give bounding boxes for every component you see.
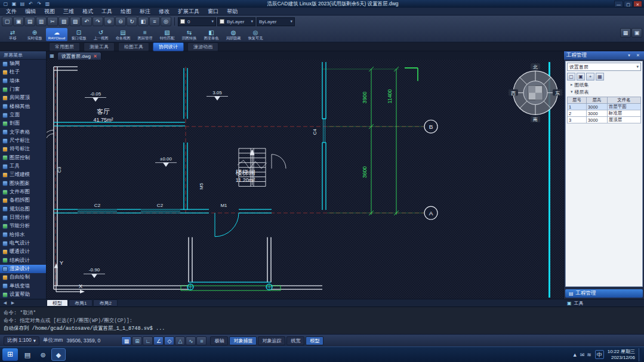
sidebar-item[interactable]: 设置帮助	[0, 290, 46, 299]
linetype-combo[interactable]: ByLayer ▾	[257, 17, 295, 26]
regen-icon[interactable]: ↻	[127, 17, 137, 26]
add-sheet-icon[interactable]: +	[586, 73, 594, 81]
new-project-icon[interactable]: ▢	[567, 73, 575, 81]
layer-combo[interactable]: 0 ▾	[178, 17, 216, 26]
tool-palette-icon[interactable]: ▣	[631, 28, 642, 38]
scale-selector[interactable]: 比例 1:100 ▾	[4, 336, 39, 345]
browser-icon[interactable]: ⊚	[36, 348, 50, 361]
named-views-button[interactable]: ▤ 命名视图	[112, 28, 134, 41]
sidebar-item[interactable]: 立面	[0, 111, 46, 119]
status-toggle-chip[interactable]: 对象追踪	[258, 336, 285, 345]
tree-item-floors[interactable]: ▾ 楼层表	[566, 88, 642, 95]
project-combo[interactable]: 设置首层 ▾	[567, 63, 641, 71]
taskbar-clock[interactable]: 10:22 星期三 2023/12/06	[608, 349, 635, 361]
menu-item[interactable]: 扩展工具	[174, 8, 204, 16]
sidebar-item[interactable]: 尺寸标注	[0, 137, 46, 145]
table-row[interactable]: 3 3000 屋顶层	[568, 117, 641, 123]
open-icon[interactable]: ▣	[13, 17, 24, 26]
sidebar-item[interactable]: 文字表格	[0, 128, 46, 137]
zoom-previous-button[interactable]: ↺ 上一视图	[90, 28, 112, 41]
tab-scroll-right-icon[interactable]: ▶	[9, 301, 17, 305]
settings-icon[interactable]: ▦	[596, 73, 604, 81]
sidebar-item[interactable]: 渲染设计	[0, 265, 46, 273]
tab-draw-tools[interactable]: 绘图工具	[118, 42, 149, 51]
close-tab-icon[interactable]: ✕	[93, 54, 97, 59]
sidebar-item[interactable]: 符号标注	[0, 145, 46, 153]
status-toggle-chip[interactable]: 极轴	[210, 336, 228, 345]
status-toggle-chip[interactable]: 模型	[306, 336, 323, 345]
match-properties-icon[interactable]: ◧	[138, 17, 149, 26]
zoom-window-button[interactable]: ⊡ 窗口缩放	[68, 28, 90, 41]
snap-toggle[interactable]: ▦	[121, 336, 131, 345]
sidebar-item[interactable]: 节能分析	[0, 222, 46, 230]
cut-icon[interactable]: ✂	[47, 17, 58, 26]
sidebar-item[interactable]: 自由绘制	[0, 273, 46, 281]
sidebar-item[interactable]: 剖面	[0, 119, 46, 128]
menu-item[interactable]: 格式	[78, 8, 97, 16]
tools-tab[interactable]: ▣ 工具	[563, 300, 643, 307]
save-icon[interactable]: ▤	[19, 1, 26, 7]
sidebar-item[interactable]: 日照分析	[0, 214, 46, 222]
layout-tab[interactable]: 模型	[47, 299, 68, 307]
close-panel-icon[interactable]: ✕	[634, 53, 642, 58]
plot-icon[interactable]: ▥	[44, 1, 51, 7]
sidebar-item[interactable]: 三维建模	[0, 171, 46, 179]
raycloud-button[interactable]: ☁ RAYCloud	[46, 28, 67, 41]
osnap-toggle[interactable]: ◇	[164, 336, 174, 345]
sidebar-item[interactable]: 轴网	[0, 60, 46, 68]
undo-icon[interactable]: ↶	[27, 1, 35, 7]
tree-item-sheets[interactable]: ▸ 图纸集	[566, 81, 642, 88]
floorplan-drawing[interactable]: 3900 3600 11400 B A 客厅 41.75m² 楼梯间 11.20…	[47, 60, 563, 299]
menu-item[interactable]: 绘图	[116, 8, 135, 16]
sidebar-item[interactable]: 单线变墙	[0, 282, 46, 290]
status-toggle-chip[interactable]: 对象捕捉	[229, 336, 257, 345]
menu-item[interactable]: 帮助	[223, 8, 242, 16]
new-icon[interactable]: ▢	[2, 17, 13, 26]
cad-app-icon[interactable]: ◆	[51, 348, 66, 361]
sidebar-item[interactable]: 楼梯其他	[0, 103, 46, 111]
sidebar-item[interactable]: 柱子	[0, 68, 46, 76]
menu-item[interactable]: 编辑	[21, 8, 40, 16]
sidebar-item[interactable]: 图块图案	[0, 180, 46, 188]
dyn-toggle[interactable]: ∿	[186, 336, 196, 345]
drawing-grid-icon[interactable]: ▦	[48, 52, 56, 60]
menu-item[interactable]: 标注	[135, 8, 155, 16]
pan-button[interactable]: ⇄ 平移	[2, 28, 23, 41]
layout-tab[interactable]: 布局2	[93, 299, 117, 307]
hide-partial-button[interactable]: ◍ 局部隐藏	[223, 28, 244, 41]
save-icon[interactable]: ▤	[24, 17, 35, 26]
tab-common-layers[interactable]: 常用图层	[49, 42, 80, 51]
status-toggle-chip[interactable]: 线宽	[286, 336, 304, 345]
undo-icon[interactable]: ↶	[81, 17, 92, 26]
arrow-up-icon[interactable]: ▲	[572, 352, 578, 358]
redo-icon[interactable]: ↷	[35, 1, 43, 7]
layers-icon[interactable]: ≡	[149, 17, 160, 26]
sidebar-item[interactable]: 图层控制	[0, 154, 46, 162]
north-compass-widget[interactable]: 北 东 南 西	[509, 63, 562, 122]
menu-item[interactable]: 窗口	[204, 8, 223, 16]
tab-measure-tools[interactable]: 测量工具	[84, 42, 115, 51]
mail-icon[interactable]: ✉	[580, 352, 585, 358]
menu-item[interactable]: 工具	[97, 8, 116, 16]
sidebar-item[interactable]: 墙体	[0, 77, 46, 85]
restore-visible-button[interactable]: ◎ 恢复可见	[245, 28, 266, 41]
monochrome-button[interactable]: ◧ 图变单色	[201, 28, 222, 41]
zoom-in-icon[interactable]: ⊕	[104, 17, 115, 26]
minimize-button[interactable]: —	[614, 1, 623, 7]
lwt-toggle[interactable]: ≡	[196, 336, 207, 345]
paste-icon[interactable]: ▨	[70, 17, 81, 26]
menu-item[interactable]: 三维	[59, 8, 78, 16]
file-manager-icon[interactable]: ▤	[20, 348, 35, 361]
menu-item[interactable]: 视图	[40, 8, 59, 16]
convert-drawing-button[interactable]: ⇆ 旧图转换	[178, 28, 200, 41]
show-desktop-button[interactable]	[639, 348, 642, 361]
open-icon[interactable]: ▣	[10, 1, 18, 7]
otrack-toggle[interactable]: △	[175, 336, 185, 345]
ortho-toggle[interactable]: ∟	[143, 336, 153, 345]
match-button[interactable]: ▧ 特性匹配	[156, 28, 178, 41]
start-menu-button[interactable]: ⊞	[2, 348, 18, 361]
tab-walkthrough[interactable]: 漫游动画	[187, 42, 218, 51]
sidebar-item[interactable]: 工具	[0, 162, 46, 171]
open-project-icon[interactable]: ▣	[577, 73, 585, 81]
sidebar-item[interactable]: 门窗	[0, 85, 46, 94]
